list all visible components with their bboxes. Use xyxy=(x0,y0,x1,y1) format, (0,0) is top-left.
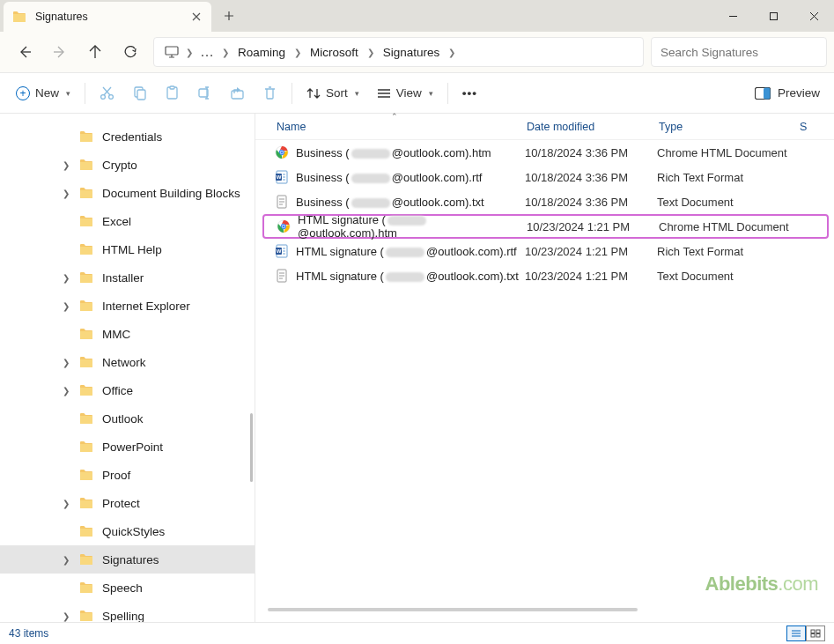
expand-icon[interactable]: ❯ xyxy=(60,160,72,170)
file-name: Business (@outlook.com).rtf xyxy=(296,171,482,184)
sort-label: Sort xyxy=(326,86,348,100)
close-tab-icon[interactable] xyxy=(192,12,201,21)
file-row[interactable]: Business (@outlook.com).htm10/18/2024 3:… xyxy=(262,140,829,165)
minimize-button[interactable] xyxy=(712,0,753,32)
txt-file-icon xyxy=(275,269,289,283)
up-button[interactable] xyxy=(77,38,113,66)
maximize-button[interactable] xyxy=(753,0,793,32)
file-row[interactable]: HTML signature (@outlook.com).txt10/23/2… xyxy=(262,263,829,288)
tree-item-label: Spelling xyxy=(102,610,144,623)
tree-item-label: Installer xyxy=(102,271,144,285)
expand-icon[interactable]: ❯ xyxy=(60,301,72,311)
back-button[interactable] xyxy=(7,38,42,66)
tree-item-speech[interactable]: Speech xyxy=(0,574,255,602)
view-button[interactable]: View ▾ xyxy=(368,78,442,109)
expand-icon[interactable]: ❯ xyxy=(60,386,72,396)
tree-item-label: Document Building Blocks xyxy=(102,187,240,200)
tree-item-mmc[interactable]: MMC xyxy=(0,320,255,348)
thumbnails-view-toggle[interactable] xyxy=(806,625,825,641)
details-view-toggle[interactable] xyxy=(786,625,806,641)
tree-item-label: Outlook xyxy=(102,412,144,426)
tree-item-spelling[interactable]: ❯Spelling xyxy=(0,602,255,622)
address-bar[interactable]: ❯ … ❯ Roaming ❯ Microsoft ❯ Signatures ❯ xyxy=(153,37,644,67)
column-header-date[interactable]: Date modified xyxy=(527,121,659,133)
breadcrumb-item[interactable]: Signatures xyxy=(376,42,447,63)
close-window-button[interactable] xyxy=(793,0,834,32)
expand-icon[interactable]: ❯ xyxy=(60,555,72,565)
tree-item-document-building-blocks[interactable]: ❯Document Building Blocks xyxy=(0,179,255,207)
tree-item-label: Credentials xyxy=(102,130,162,144)
preview-button[interactable]: Preview xyxy=(748,86,827,100)
rename-button[interactable] xyxy=(188,78,221,109)
column-headers[interactable]: Name Date modified Type S xyxy=(255,114,834,140)
chrome-file-icon xyxy=(277,219,291,233)
tree-item-proof[interactable]: Proof xyxy=(0,461,255,489)
forward-button[interactable] xyxy=(42,38,77,66)
new-button[interactable]: + New ▾ xyxy=(7,78,79,109)
tree-item-protect[interactable]: ❯Protect xyxy=(0,489,255,517)
expand-icon[interactable]: ❯ xyxy=(60,358,72,367)
more-button[interactable]: ••• xyxy=(454,78,486,109)
copy-button[interactable] xyxy=(123,78,156,109)
share-button[interactable] xyxy=(221,78,254,109)
file-row[interactable]: Business (@outlook.com).txt10/18/2024 3:… xyxy=(262,189,829,214)
chevron-right-icon[interactable]: ❯ xyxy=(222,48,229,57)
chevron-right-icon[interactable]: ❯ xyxy=(294,48,301,57)
column-header-name[interactable]: Name xyxy=(268,121,527,133)
svg-rect-27 xyxy=(811,630,815,633)
tree-item-signatures[interactable]: ❯Signatures xyxy=(0,545,255,574)
file-name: Business (@outlook.com).htm xyxy=(296,146,491,159)
tree-item-powerpoint[interactable]: PowerPoint xyxy=(0,433,255,461)
expand-icon[interactable]: ❯ xyxy=(60,611,72,621)
cut-button[interactable] xyxy=(91,78,123,109)
file-row[interactable]: HTML signature (@outlook.com).htm10/23/2… xyxy=(262,214,829,239)
folder-icon xyxy=(79,187,93,199)
refresh-button[interactable] xyxy=(113,38,148,66)
tree-item-credentials[interactable]: Credentials xyxy=(0,122,255,151)
search-input[interactable] xyxy=(661,46,817,59)
svg-rect-18 xyxy=(166,47,178,55)
chevron-right-icon[interactable]: ❯ xyxy=(186,48,193,57)
vertical-scrollbar[interactable] xyxy=(250,413,253,482)
horizontal-scrollbar[interactable] xyxy=(268,608,822,617)
tree-item-installer[interactable]: ❯Installer xyxy=(0,263,255,292)
expand-icon[interactable]: ❯ xyxy=(60,499,72,508)
svg-point-19 xyxy=(101,95,106,100)
tree-item-network[interactable]: ❯Network xyxy=(0,348,255,376)
search-box[interactable] xyxy=(651,37,827,67)
expand-icon[interactable]: ❯ xyxy=(60,189,72,198)
folder-icon xyxy=(79,328,93,340)
breadcrumb-overflow[interactable]: … xyxy=(200,44,215,60)
breadcrumb-item[interactable]: Microsoft xyxy=(303,42,365,63)
column-header-type[interactable]: Type xyxy=(659,121,800,133)
tree-item-excel[interactable]: Excel xyxy=(0,207,255,235)
expand-icon[interactable]: ❯ xyxy=(60,273,72,283)
chevron-right-icon[interactable]: ❯ xyxy=(448,48,455,57)
status-bar: 43 items xyxy=(0,622,834,644)
tree-item-office[interactable]: ❯Office xyxy=(0,376,255,404)
file-name: HTML signature (@outlook.com).rtf xyxy=(296,245,517,258)
file-row[interactable]: Business (@outlook.com).rtf10/18/2024 3:… xyxy=(262,165,829,189)
paste-button[interactable] xyxy=(156,78,188,109)
tree-item-outlook[interactable]: Outlook xyxy=(0,404,255,433)
folder-icon xyxy=(79,384,93,396)
sort-indicator-icon: ⌃ xyxy=(391,112,398,121)
watermark: Ablebits.com xyxy=(705,573,818,596)
window-tab[interactable]: Signatures xyxy=(4,2,211,32)
sort-button[interactable]: Sort ▾ xyxy=(298,78,368,109)
column-header-size[interactable]: S xyxy=(800,121,834,133)
breadcrumb-item[interactable]: Roaming xyxy=(231,42,292,63)
file-row[interactable]: HTML signature (@outlook.com).rtf10/23/2… xyxy=(262,239,829,263)
chevron-right-icon[interactable]: ❯ xyxy=(367,48,374,57)
file-type: Rich Text Format xyxy=(657,245,816,258)
tree-item-quickstyles[interactable]: QuickStyles xyxy=(0,517,255,545)
tree-item-html-help[interactable]: HTML Help xyxy=(0,235,255,263)
tree-item-crypto[interactable]: ❯Crypto xyxy=(0,151,255,179)
tree-item-label: Internet Explorer xyxy=(102,300,190,313)
navigation-tree[interactable]: Credentials❯Crypto❯Document Building Blo… xyxy=(0,114,255,622)
tree-item-internet-explorer[interactable]: ❯Internet Explorer xyxy=(0,292,255,320)
delete-button[interactable] xyxy=(254,78,286,109)
new-tab-button[interactable] xyxy=(224,11,234,21)
chevron-down-icon: ▾ xyxy=(355,89,359,98)
tree-item-label: Signatures xyxy=(102,553,159,566)
